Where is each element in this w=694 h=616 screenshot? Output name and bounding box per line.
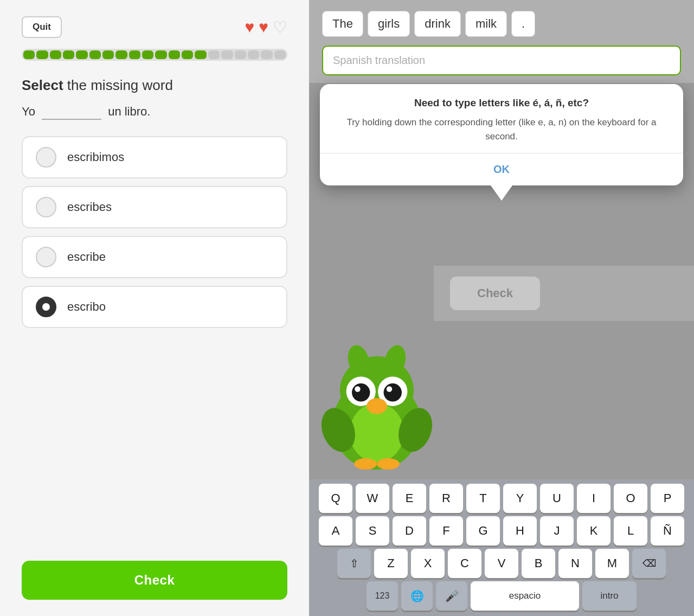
svg-point-14 <box>354 458 377 470</box>
key-c[interactable]: C <box>448 549 481 578</box>
keyboard: QWERTYUIOPASDFGHJKLÑ⇧ZXCVBNM⌫123🌐🎤espaci… <box>309 479 694 616</box>
right-panel: Thegirlsdrinkmilk. Spanish translation N… <box>309 0 694 616</box>
key-a[interactable]: A <box>319 516 352 546</box>
header-row: Quit ♥ ♥ ♡ <box>22 16 287 38</box>
key-ñ[interactable]: Ñ <box>651 516 684 546</box>
num-key[interactable]: 123 <box>367 581 398 611</box>
key-i[interactable]: I <box>577 484 611 513</box>
option-text-0: escribimos <box>67 150 124 164</box>
translation-input[interactable]: Spanish translation <box>322 46 681 75</box>
progress-segment-17 <box>248 50 259 59</box>
svg-point-11 <box>367 398 387 414</box>
progress-segment-14 <box>208 50 220 59</box>
key-n[interactable]: N <box>558 549 592 578</box>
option-item-3[interactable]: escribo <box>22 286 287 328</box>
progress-segment-3 <box>63 50 74 59</box>
instruction-rest: the missing word <box>63 77 173 93</box>
sentence-end: un libro. <box>108 105 150 118</box>
key-r[interactable]: R <box>429 484 463 513</box>
key-j[interactable]: J <box>540 516 574 546</box>
sentence-start: Yo <box>22 105 35 118</box>
sentence: Yo un libro. <box>22 105 287 120</box>
key-b[interactable]: B <box>522 549 555 578</box>
instruction-bold: Select <box>22 77 63 93</box>
progress-segment-9 <box>142 50 153 59</box>
key-w[interactable]: W <box>356 484 389 513</box>
check-area-right: Check <box>434 266 694 321</box>
keyboard-row-2: ⇧ZXCVBNM⌫ <box>311 549 692 578</box>
left-panel: Quit ♥ ♥ ♡ Select the missing word Yo un… <box>0 0 309 616</box>
radio-0 <box>36 147 56 168</box>
tooltip-dialog: Need to type letters like é, á, ñ, etc? … <box>320 84 683 185</box>
globe-key[interactable]: 🌐 <box>401 581 433 611</box>
key-y[interactable]: Y <box>503 484 537 513</box>
key-z[interactable]: Z <box>374 549 408 578</box>
key-l[interactable]: L <box>614 516 647 546</box>
progress-segment-10 <box>155 50 166 59</box>
key-g[interactable]: G <box>466 516 500 546</box>
key-d[interactable]: D <box>393 516 426 546</box>
key-v[interactable]: V <box>485 549 518 578</box>
progress-segment-11 <box>169 50 180 59</box>
svg-point-8 <box>384 383 402 401</box>
progress-segment-0 <box>23 50 35 59</box>
tooltip-title: Need to type letters like é, á, ñ, etc? <box>335 97 668 109</box>
progress-segment-8 <box>129 50 140 59</box>
option-item-0[interactable]: escribimos <box>22 136 287 178</box>
word-chip-1: girls <box>368 11 410 37</box>
word-chip-0: The <box>322 11 363 37</box>
radio-1 <box>36 197 56 217</box>
backspace-key[interactable]: ⌫ <box>632 549 666 578</box>
key-s[interactable]: S <box>356 516 389 546</box>
key-m[interactable]: M <box>595 549 629 578</box>
word-chip-4: . <box>511 11 535 37</box>
key-p[interactable]: P <box>651 484 684 513</box>
key-o[interactable]: O <box>614 484 647 513</box>
progress-segment-16 <box>235 50 246 59</box>
options-list: escribimosescribesescribeescribo <box>22 136 287 544</box>
heart-2: ♥ <box>259 18 268 36</box>
keyboard-row-3: 123🌐🎤espaciointro <box>311 581 692 611</box>
progress-segment-19 <box>274 50 286 59</box>
tooltip-body: Try holding down the corresponding lette… <box>335 116 668 143</box>
option-text-2: escribe <box>67 250 106 264</box>
progress-segment-15 <box>221 50 233 59</box>
tooltip-ok-button[interactable]: OK <box>320 153 683 185</box>
progress-segment-18 <box>261 50 272 59</box>
instruction-text: Select the missing word <box>22 77 287 94</box>
keyboard-row-1: ASDFGHJKLÑ <box>311 516 692 546</box>
key-k[interactable]: K <box>577 516 611 546</box>
key-u[interactable]: U <box>540 484 574 513</box>
keyboard-row-0: QWERTYUIOP <box>311 484 692 513</box>
key-x[interactable]: X <box>411 549 445 578</box>
progress-segment-2 <box>50 50 61 59</box>
quit-button[interactable]: Quit <box>22 16 62 38</box>
word-chips: Thegirlsdrinkmilk. <box>322 11 681 37</box>
progress-segment-13 <box>195 50 206 59</box>
check-button[interactable]: Check <box>22 561 287 600</box>
check-right-button[interactable]: Check <box>450 277 540 310</box>
mic-key[interactable]: 🎤 <box>436 581 467 611</box>
key-h[interactable]: H <box>503 516 537 546</box>
translation-area: Thegirlsdrinkmilk. Spanish translation <box>309 0 694 83</box>
svg-point-10 <box>387 386 392 392</box>
hearts-display: ♥ ♥ ♡ <box>245 18 287 37</box>
shift-key[interactable]: ⇧ <box>337 549 371 578</box>
option-item-2[interactable]: escribe <box>22 236 287 278</box>
progress-segment-1 <box>36 50 48 59</box>
key-q[interactable]: Q <box>319 484 352 513</box>
svg-point-7 <box>352 383 370 401</box>
owl-mascot <box>314 345 439 470</box>
space-key[interactable]: espacio <box>471 581 579 611</box>
svg-point-15 <box>377 458 400 470</box>
progress-segment-5 <box>89 50 101 59</box>
option-text-3: escribo <box>67 300 106 314</box>
key-e[interactable]: E <box>393 484 426 513</box>
progress-segment-4 <box>76 50 87 59</box>
radio-3 <box>36 297 56 317</box>
svg-point-9 <box>355 386 360 392</box>
return-key[interactable]: intro <box>582 581 637 611</box>
option-item-1[interactable]: escribes <box>22 186 287 228</box>
key-f[interactable]: F <box>429 516 463 546</box>
key-t[interactable]: T <box>466 484 500 513</box>
